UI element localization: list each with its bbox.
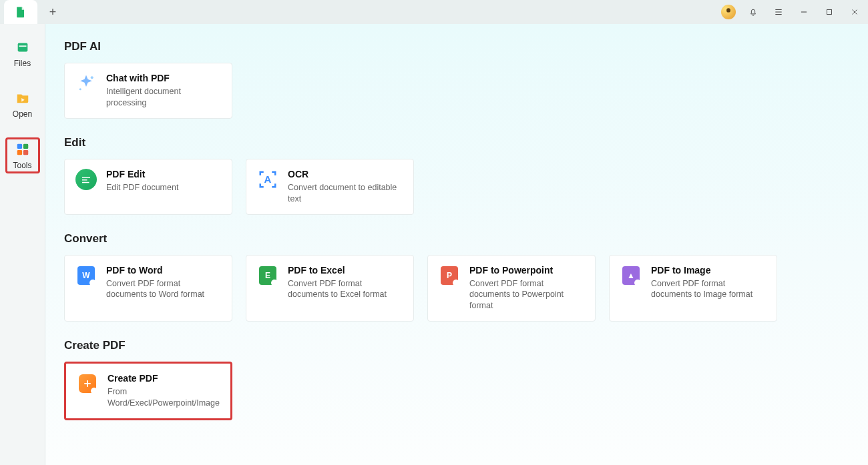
card-title: Chat with PDF (106, 73, 221, 83)
image-icon: ▲ (620, 265, 642, 286)
card-title: Create PDF (107, 373, 220, 384)
app-tab[interactable] (4, 0, 37, 24)
word-icon: W (75, 265, 97, 286)
card-row: Chat with PDF Intelligent document proce… (64, 63, 849, 119)
svg-rect-1 (17, 43, 27, 52)
section-title: Convert (64, 232, 849, 246)
close-button[interactable] (847, 4, 863, 20)
tools-icon (15, 142, 30, 157)
avatar-icon (724, 7, 733, 17)
section-title: Edit (64, 136, 849, 149)
notifications-button[interactable] (745, 4, 761, 20)
sidebar-item-open[interactable]: Open (5, 87, 40, 123)
card-chat-with-pdf[interactable]: Chat with PDF Intelligent document proce… (64, 63, 232, 119)
maximize-icon (825, 7, 834, 17)
card-title: PDF to Excel (288, 265, 403, 276)
hamburger-icon (774, 7, 783, 17)
card-pdf-edit[interactable]: PDF Edit Edit PDF document (64, 159, 232, 215)
open-icon (15, 91, 30, 105)
pdf-edit-icon (75, 169, 97, 190)
card-subtitle: Convert PDF format documents to Image fo… (651, 278, 766, 301)
section-pdf-ai: PDF AI Chat with PDF Intelligent documen… (64, 40, 849, 119)
user-avatar[interactable] (721, 5, 736, 19)
svg-text:A: A (264, 173, 272, 185)
sidebar-item-files[interactable]: Files (5, 36, 40, 72)
plus-icon: + (49, 5, 57, 19)
card-title: PDF to Powerpoint (469, 265, 584, 276)
minimize-button[interactable] (796, 4, 812, 20)
card-title: OCR (288, 169, 403, 179)
main-content: PDF AI Chat with PDF Intelligent documen… (45, 24, 868, 465)
files-icon (15, 40, 30, 55)
section-title: PDF AI (64, 40, 849, 53)
svg-rect-3 (17, 144, 21, 149)
titlebar-left: + (0, 0, 63, 24)
card-subtitle: Convert PDF format documents to Powerpoi… (469, 278, 584, 312)
card-subtitle: Convert PDF format documents to Word for… (106, 278, 221, 301)
card-row: W PDF to Word Convert PDF format documen… (64, 255, 849, 322)
minimize-icon (799, 7, 809, 17)
bell-icon (748, 7, 758, 17)
svg-rect-2 (19, 45, 26, 47)
svg-rect-4 (23, 144, 27, 149)
card-ocr[interactable]: A OCR Convert document to editable text (246, 159, 414, 215)
card-subtitle: Convert PDF format documents to Excel fo… (288, 278, 403, 301)
excel-icon: E (257, 265, 278, 286)
sidebar-item-label: Files (14, 59, 31, 68)
chat-ai-icon (75, 73, 97, 94)
sidebar: Files Open Tools (0, 24, 45, 465)
card-row: PDF Edit Edit PDF document A OCR Convert… (64, 159, 849, 215)
svg-rect-5 (17, 150, 21, 155)
card-subtitle: Edit PDF document (106, 182, 178, 193)
titlebar-right (721, 4, 863, 20)
card-create-pdf[interactable]: Create PDF From Word/Execl/Powerpoint/Im… (64, 362, 232, 420)
svg-point-8 (79, 88, 81, 90)
card-pdf-to-image[interactable]: ▲ PDF to Image Convert PDF format docume… (609, 255, 777, 322)
create-pdf-icon (77, 373, 98, 394)
card-subtitle: Intelligent document processing (106, 86, 221, 109)
section-title: Create PDF (64, 339, 849, 352)
card-subtitle: Convert document to editable text (288, 182, 403, 205)
card-pdf-to-excel[interactable]: E PDF to Excel Convert PDF format docume… (246, 255, 414, 322)
card-subtitle: From Word/Execl/Powerpoint/Image (107, 386, 220, 409)
close-icon (850, 7, 859, 17)
card-title: PDF to Word (106, 265, 221, 276)
card-pdf-to-powerpoint[interactable]: P PDF to Powerpoint Convert PDF format d… (427, 255, 596, 322)
app-logo-icon (14, 5, 27, 19)
maximize-button[interactable] (821, 4, 837, 20)
svg-rect-0 (827, 10, 832, 15)
powerpoint-icon: P (439, 265, 460, 286)
section-create-pdf: Create PDF Create PDF From Word/Execl/Po… (64, 339, 849, 420)
body-area: Files Open Tools PDF AI (0, 24, 868, 465)
new-tab-button[interactable]: + (43, 2, 63, 22)
card-title: PDF to Image (651, 265, 766, 276)
card-row: Create PDF From Word/Execl/Powerpoint/Im… (64, 362, 849, 420)
sidebar-item-label: Tools (13, 161, 31, 170)
titlebar: + (0, 0, 868, 24)
ocr-icon: A (257, 169, 278, 190)
section-convert: Convert W PDF to Word Convert PDF format… (64, 232, 849, 322)
svg-point-7 (91, 76, 93, 79)
section-edit: Edit PDF Edit Edit PDF document (64, 136, 849, 215)
sidebar-item-tools[interactable]: Tools (5, 137, 40, 173)
svg-rect-6 (23, 150, 27, 155)
menu-button[interactable] (771, 4, 787, 20)
card-pdf-to-word[interactable]: W PDF to Word Convert PDF format documen… (64, 255, 232, 322)
sidebar-item-label: Open (13, 109, 32, 119)
card-title: PDF Edit (106, 169, 178, 179)
